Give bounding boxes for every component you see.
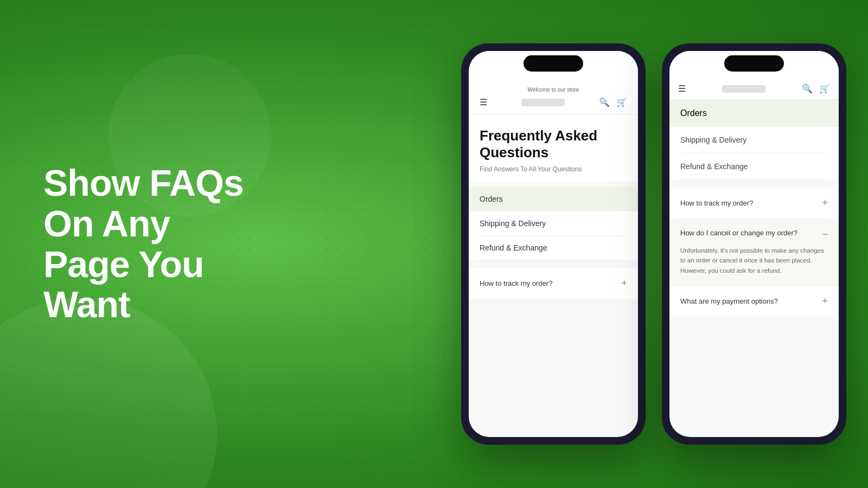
faq-subtitle-1: Find Answers To All Your Questions [480,165,627,173]
logo-placeholder-1 [521,99,565,106]
faq-item-2-payment[interactable]: What are my payment options? + [680,286,828,317]
logo-placeholder-2 [722,85,765,93]
hamburger-icon-1[interactable]: ☰ [480,97,487,107]
category-shipping-2[interactable]: Shipping & Delivery [680,127,828,153]
phone-1-screen: Welcome to our store ☰ 🔍 🛒 Frequently As… [469,51,638,437]
search-icon-1[interactable]: 🔍 [599,97,610,107]
phone-1: Welcome to our store ☰ 🔍 🛒 Frequently As… [461,43,646,445]
headline-line4: Want [43,284,130,325]
search-icon-2[interactable]: 🔍 [802,84,813,94]
category-list-2: Orders Shipping & Delivery Refund & Exch… [669,100,839,180]
cart-icon-1[interactable]: 🛒 [616,97,627,107]
category-refund-2[interactable]: Refund & Exchange [680,153,828,180]
category-shipping-1[interactable]: Shipping & Delivery [480,211,627,236]
category-orders-2[interactable]: Orders [669,100,839,127]
cart-icon-2[interactable]: 🛒 [819,84,830,94]
expand-icon-2-3: + [822,296,828,307]
headline-line3: Page You [43,243,204,285]
dynamic-island-1 [524,55,583,72]
expand-icon-2-1: + [822,197,828,209]
collapse-icon-2: − [822,229,828,240]
welcome-text: Welcome to our store [477,87,629,93]
headline-line2: On Any [43,203,170,244]
faq-title-1: Frequently Asked Questions [480,127,627,161]
faq-item-track-order[interactable]: How to track my order? + [480,268,627,299]
faq-item-2-cancel[interactable]: How do I cancel or change my order? − Un… [669,219,839,286]
faq-items-1: How to track my order? + [469,268,638,299]
category-refund-1[interactable]: Refund & Exchange [480,236,627,260]
category-orders-1[interactable]: Orders [469,187,638,211]
category-list-1: Orders Shipping & Delivery Refund & Exch… [469,187,638,260]
faq-header-1: Frequently Asked Questions Find Answers … [469,114,638,182]
phone-2-screen: ☰ 🔍 🛒 Orders Shipping & Delivery Refund … [669,51,839,437]
expand-icon-1: + [621,278,627,289]
faq-answer-2: Unfortunately, it's not possible to make… [680,246,828,275]
headline-line1: Show FAQs [43,162,244,203]
faq-items-2: How to track my order? + How do I cancel… [669,188,839,317]
dynamic-island-2 [724,55,784,72]
left-hero-text: Show FAQs On Any Page You Want [43,163,244,325]
phones-container: Welcome to our store ☰ 🔍 🛒 Frequently As… [461,0,846,488]
hamburger-icon-2[interactable]: ☰ [678,84,686,94]
faq-item-2-track[interactable]: How to track my order? + [680,188,828,219]
phone-2: ☰ 🔍 🛒 Orders Shipping & Delivery Refund … [662,43,846,445]
